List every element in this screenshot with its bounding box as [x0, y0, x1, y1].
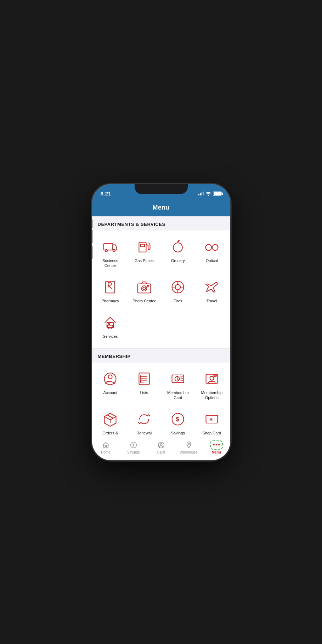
tab-menu[interactable]: Menu [203, 435, 230, 457]
svg-point-38 [210, 376, 214, 380]
svg-rect-0 [104, 243, 113, 250]
home-tab-icon [101, 440, 111, 450]
svg-point-1 [105, 249, 107, 251]
truck-icon [101, 238, 119, 256]
optical-label: Optical [206, 258, 218, 263]
svg-text:$: $ [132, 444, 134, 447]
battery-icon [213, 192, 222, 196]
content-scroll[interactable]: DEPARTMENTS & SERVICES BusinessCenter [92, 216, 230, 435]
svg-point-12 [147, 285, 149, 287]
tires-label: Tires [174, 298, 182, 303]
svg-point-52 [188, 443, 190, 444]
savings-label: Savings [171, 431, 185, 434]
services-label: Services [103, 334, 118, 339]
plane-icon [203, 278, 221, 296]
grid-item-lists[interactable]: Lists [129, 366, 160, 404]
savings-tab-label: Savings [127, 450, 140, 454]
svg-point-55 [218, 444, 220, 445]
member-card-icon [169, 370, 187, 388]
orders-receipts-label: Orders &Receipts [102, 431, 118, 434]
card-tab-icon [157, 440, 166, 450]
grid-item-pharmacy[interactable]: Rx Pharmacy [95, 274, 126, 307]
rx-icon: Rx [101, 278, 119, 296]
phone-frame: 8:21 Menu DEPARTMENTS & SERVICES [92, 184, 230, 460]
status-time: 8:21 [101, 190, 111, 196]
phone-screen: 8:21 Menu DEPARTMENTS & SERVICES [92, 184, 230, 460]
departments-grid: BusinessCenter Gas Prices [92, 230, 230, 348]
grocery-label: Grocery [171, 258, 185, 263]
svg-rect-46 [103, 445, 105, 447]
volume-down-button[interactable] [92, 246, 92, 259]
dots-icon [213, 443, 220, 447]
warehouse-tab-label: Warehouse [180, 450, 198, 454]
tire-icon [169, 278, 187, 296]
grid-item-photo-center[interactable]: Photo Center [129, 274, 160, 307]
gas-prices-label: Gas Prices [135, 258, 154, 263]
svg-point-32 [140, 377, 141, 378]
svg-point-11 [143, 287, 145, 290]
apple-icon [169, 238, 187, 256]
grid-item-optical[interactable]: Optical [196, 234, 227, 272]
header-title: Menu [152, 204, 169, 211]
svg-point-2 [113, 249, 115, 251]
account-label: Account [103, 390, 117, 395]
svg-point-33 [140, 380, 141, 381]
svg-rect-47 [106, 445, 108, 447]
grid-item-savings[interactable]: $ Savings [163, 406, 194, 434]
savings-tab-icon: $ [129, 440, 138, 450]
membership-card-label: MembershipCard [167, 390, 189, 400]
member-options-icon [203, 370, 221, 388]
gas-icon [135, 238, 153, 256]
svg-text:$: $ [176, 416, 179, 422]
menu-tab-icon [212, 440, 221, 450]
svg-point-34 [140, 381, 141, 382]
savings-icon: $ [169, 410, 187, 428]
grid-item-membership-options[interactable]: MembershipOptions [196, 366, 227, 404]
svg-point-53 [213, 444, 215, 445]
grid-item-tires[interactable]: Tires [163, 274, 194, 307]
grid-item-travel[interactable]: Travel [196, 274, 227, 307]
tab-home[interactable]: Home [92, 435, 120, 457]
membership-grid: Account [92, 363, 230, 435]
tab-savings[interactable]: $ Savings [120, 435, 147, 457]
list-icon [135, 370, 153, 388]
warehouse-tab-icon [184, 440, 193, 450]
shop-card-icon: $ [203, 410, 221, 428]
svg-text:$: $ [209, 417, 212, 422]
grid-item-services[interactable]: Services [95, 310, 126, 342]
card-tab-label: Card [157, 450, 165, 454]
pharmacy-label: Pharmacy [101, 298, 119, 303]
status-icons [198, 192, 222, 196]
signal-icon [198, 192, 204, 195]
notch [135, 184, 188, 194]
grid-item-renewal[interactable]: Renewal [129, 406, 160, 434]
svg-rect-4 [141, 244, 145, 246]
renewal-label: Renewal [136, 431, 152, 434]
mute-button[interactable] [92, 220, 92, 228]
grid-item-shop-card-balance[interactable]: $ Shop CardBalance [196, 406, 227, 434]
travel-label: Travel [207, 298, 217, 303]
grid-item-business-center[interactable]: BusinessCenter [95, 234, 126, 272]
wifi-icon [205, 192, 211, 196]
business-center-label: BusinessCenter [102, 258, 118, 268]
grid-item-grocery[interactable]: Grocery [163, 234, 194, 272]
grid-item-orders-receipts[interactable]: Orders &Receipts [95, 406, 126, 434]
section-header-membership: MEMBERSHIP [92, 348, 230, 363]
lists-label: Lists [140, 390, 148, 395]
app-header: Menu [92, 200, 230, 216]
svg-rect-37 [206, 374, 218, 383]
tab-card[interactable]: Card [147, 435, 175, 457]
photo-center-label: Photo Center [132, 298, 156, 303]
svg-point-24 [108, 375, 112, 379]
volume-up-button[interactable] [92, 230, 92, 243]
grid-item-gas-prices[interactable]: Gas Prices [129, 234, 160, 272]
grid-item-membership-card[interactable]: MembershipCard [163, 366, 194, 404]
grid-item-account[interactable]: Account [95, 366, 126, 404]
svg-point-10 [141, 286, 147, 291]
section-header-departments: DEPARTMENTS & SERVICES [92, 216, 230, 230]
power-button[interactable] [230, 236, 230, 258]
menu-tab-label: Menu [211, 450, 221, 454]
account-icon [101, 370, 119, 388]
tab-warehouse[interactable]: Warehouse [175, 435, 203, 457]
tab-bar: Home $ Savings [92, 435, 230, 460]
